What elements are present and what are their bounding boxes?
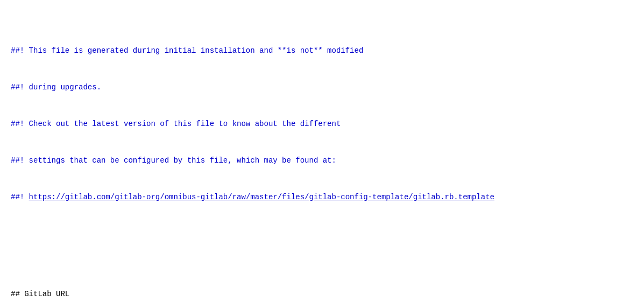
blank-1	[11, 240, 633, 251]
line-6: ## GitLab URL	[11, 288, 633, 300]
code-viewer: ##! This file is generated during initia…	[11, 9, 633, 308]
line-5: ##! https://gitlab.com/gitlab-org/omnibu…	[11, 191, 633, 204]
line-1: ##! This file is generated during initia…	[11, 45, 633, 57]
line-4: ##! settings that can be configured by t…	[11, 155, 633, 167]
line-3: ##! Check out the latest version of this…	[11, 118, 633, 130]
line-2: ##! during upgrades.	[11, 81, 633, 94]
